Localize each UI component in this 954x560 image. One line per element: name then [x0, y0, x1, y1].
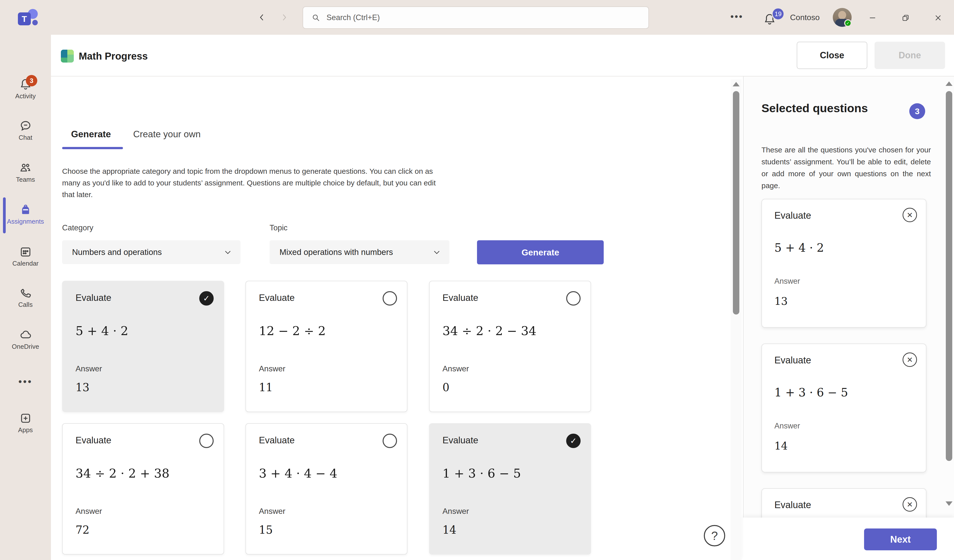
remove-question-button[interactable]: ✕ — [903, 497, 917, 512]
sidebar-item-chat[interactable]: Chat — [0, 120, 51, 142]
chevron-left-icon — [258, 13, 266, 22]
close-x-icon: ✕ — [907, 355, 913, 364]
close-window-button[interactable] — [930, 10, 946, 26]
chevron-down-icon — [224, 248, 232, 257]
scroll-up-arrow[interactable] — [946, 81, 952, 86]
question-card[interactable]: Evaluate ✓ 3 + 4 · 4 − 4 Answer 15 — [245, 423, 407, 555]
chat-icon — [19, 120, 32, 132]
sidebar-item-calendar[interactable]: Calendar — [0, 245, 51, 268]
select-checkbox[interactable]: ✓ — [383, 434, 397, 448]
question-card[interactable]: Evaluate ✓ 5 + 4 · 2 Answer 13 — [62, 281, 224, 412]
phone-icon — [19, 286, 32, 299]
category-value: Numbers and operations — [72, 247, 162, 257]
scroll-up-arrow[interactable] — [733, 82, 740, 86]
sidebar-item-calls[interactable]: Calls — [0, 286, 51, 308]
check-icon: ✓ — [570, 437, 577, 445]
sidebar-item-apps[interactable]: Apps — [0, 412, 51, 434]
panel-title: Selected questions — [761, 101, 868, 115]
remove-question-button[interactable]: ✕ — [903, 208, 917, 222]
next-button[interactable]: Next — [864, 529, 937, 550]
question-card[interactable]: Evaluate ✓ 12 − 2 ÷ 2 Answer 11 — [245, 281, 407, 412]
search-bar[interactable] — [302, 6, 649, 29]
intro-text: Choose the appropriate category and topi… — [62, 165, 440, 200]
main-scrollbar-thumb[interactable] — [733, 91, 739, 314]
top-bar: T ••• 19 Contoso ✓ — [0, 0, 954, 35]
panel-footer: Next — [743, 518, 954, 560]
restore-button[interactable] — [898, 10, 913, 26]
category-label: Category — [62, 223, 94, 232]
select-checkbox[interactable]: ✓ — [199, 434, 214, 448]
topic-label: Topic — [270, 223, 287, 232]
sidebar-item-activity[interactable]: 3 Activity — [0, 78, 51, 100]
ellipsis-icon: ••• — [0, 376, 51, 387]
notification-badge: 19 — [772, 8, 784, 20]
back-button[interactable] — [256, 11, 268, 24]
chevron-right-icon — [280, 13, 288, 22]
tenant-name[interactable]: Contoso — [790, 13, 820, 22]
close-x-icon: ✕ — [907, 500, 913, 509]
question-card[interactable]: Evaluate ✓ 34 ÷ 2 · 2 − 34 Answer 0 — [429, 281, 591, 412]
close-icon — [934, 14, 942, 22]
category-dropdown[interactable]: Numbers and operations — [62, 240, 240, 264]
apps-plus-icon — [19, 412, 32, 425]
cloud-icon — [19, 328, 33, 341]
app-rail: 3 Activity Chat Teams Assignments Calend… — [0, 35, 51, 560]
sidebar-item-assignments[interactable]: Assignments — [0, 203, 51, 226]
main-scrollbar[interactable] — [731, 79, 742, 560]
teams-logo-t: T — [18, 12, 31, 25]
topic-value: Mixed operations with numbers — [279, 247, 393, 257]
panel-scrollbar[interactable] — [943, 79, 954, 519]
tab-create-your-own[interactable]: Create your own — [133, 129, 201, 140]
search-icon — [312, 13, 320, 22]
active-tab-indicator — [62, 147, 123, 149]
teams-logo-dot-small — [32, 20, 38, 25]
search-input[interactable] — [326, 13, 640, 22]
generate-button[interactable]: Generate — [477, 240, 604, 264]
page-title: Math Progress — [79, 51, 148, 62]
help-button[interactable]: ? — [704, 525, 725, 546]
notifications-button[interactable]: 19 — [763, 9, 786, 29]
teams-logo[interactable]: T — [18, 9, 37, 27]
minimize-button[interactable] — [865, 10, 881, 26]
main-content: Generate Create your own Choose the appr… — [51, 76, 743, 560]
close-button[interactable]: Close — [797, 42, 867, 69]
chevron-down-icon — [433, 248, 441, 257]
activity-badge: 3 — [26, 75, 37, 86]
panel-scrollbar-thumb[interactable] — [946, 91, 952, 461]
remove-question-button[interactable]: ✕ — [903, 353, 917, 367]
more-options-button[interactable]: ••• — [730, 11, 744, 22]
check-icon: ✓ — [203, 294, 210, 302]
math-progress-icon — [61, 50, 74, 62]
selected-question-card: Evaluate ✕ 1 + 3 · 6 − 5 Answer 14 — [761, 344, 926, 472]
sidebar-item-more[interactable]: ••• — [0, 376, 51, 387]
people-icon — [19, 161, 32, 174]
select-checkbox[interactable]: ✓ — [566, 291, 581, 306]
presence-available-icon: ✓ — [844, 19, 852, 27]
question-card[interactable]: Evaluate ✓ 34 ÷ 2 · 2 + 38 Answer 72 — [62, 423, 224, 555]
selected-question-card: Evaluate ✕ 5 + 4 · 2 Answer 13 — [761, 199, 926, 328]
app-header: Math Progress Close Done — [51, 35, 954, 76]
selected-count-badge: 3 — [909, 103, 925, 119]
close-x-icon: ✕ — [907, 211, 913, 219]
sidebar-item-onedrive[interactable]: OneDrive — [0, 328, 51, 350]
restore-icon — [902, 14, 910, 22]
calendar-icon — [19, 245, 32, 258]
scroll-down-arrow[interactable] — [946, 501, 952, 506]
panel-description: These are all the questions you've chose… — [761, 144, 931, 191]
forward-button-disabled — [278, 11, 291, 24]
select-checkbox[interactable]: ✓ — [199, 291, 214, 306]
tab-generate[interactable]: Generate — [71, 129, 111, 140]
selected-questions-panel: Selected questions 3 These are all the q… — [743, 76, 954, 560]
sidebar-item-teams[interactable]: Teams — [0, 161, 51, 184]
question-card[interactable]: Evaluate ✓ 1 + 3 · 6 − 5 Answer 14 — [429, 423, 591, 555]
select-checkbox[interactable]: ✓ — [383, 291, 397, 306]
topic-dropdown[interactable]: Mixed operations with numbers — [270, 240, 449, 264]
done-button: Done — [874, 42, 945, 69]
minimize-icon — [868, 14, 876, 22]
select-checkbox[interactable]: ✓ — [566, 434, 581, 448]
backpack-icon — [19, 203, 32, 216]
